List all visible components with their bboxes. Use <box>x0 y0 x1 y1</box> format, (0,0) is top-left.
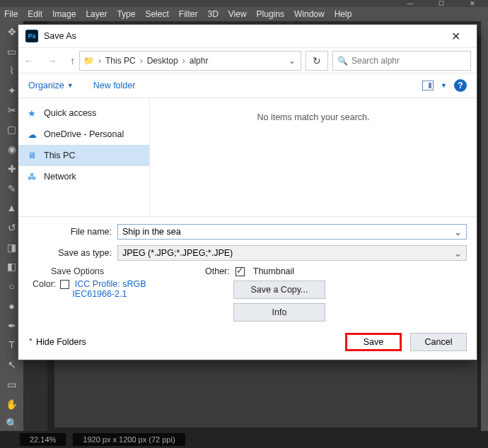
info-button[interactable]: Info <box>233 303 325 322</box>
color-label: Color: <box>33 279 56 289</box>
zoom-level[interactable]: 22.14% <box>20 433 66 446</box>
search-placeholder: Search alphr <box>352 56 470 66</box>
thumbnail-label: Thumbnail <box>253 266 294 276</box>
save-type-value: JPEG (*.JPG;*.JPEG;*.JPE) <box>122 248 233 258</box>
menu-help[interactable]: Help <box>335 9 352 19</box>
caret-down-icon: ▼ <box>67 82 74 89</box>
maximize-button[interactable]: ☐ <box>426 0 457 7</box>
sidebar-item-onedrive[interactable]: ☁ OneDrive - Personal <box>18 124 149 145</box>
menu-select[interactable]: Select <box>145 9 168 19</box>
crumb-this-pc[interactable]: This PC <box>103 56 139 66</box>
sidebar-item-label: Network <box>44 172 76 182</box>
tool-shape[interactable]: ▭ <box>4 377 20 392</box>
icc-profile-link[interactable]: ICC Profile: sRGB <box>75 279 146 289</box>
menu-image[interactable]: Image <box>52 9 76 19</box>
menu-window[interactable]: Window <box>294 9 325 19</box>
minimize-button[interactable]: — <box>395 0 426 7</box>
chevron-down-icon[interactable]: ⌄ <box>454 248 462 259</box>
other-label: Other: <box>205 266 230 276</box>
monitor-icon: 🖥 <box>25 151 38 160</box>
icc-profile-line2[interactable]: IEC61966-2.1 <box>72 289 127 299</box>
window-titlebar: — ☐ ✕ <box>0 0 488 7</box>
folder-icon: 📁 <box>80 56 97 66</box>
menu-plugins[interactable]: Plugins <box>257 9 284 19</box>
thumbnail-checkbox[interactable] <box>236 267 245 276</box>
new-folder-button[interactable]: New folder <box>93 81 136 90</box>
lower-panel: File name: ⌄ Save as type: JPEG (*.JPG;*… <box>18 216 477 326</box>
menu-edit[interactable]: Edit <box>28 9 42 19</box>
nav-back-icon[interactable]: ← <box>24 55 34 66</box>
icc-checkbox[interactable] <box>60 280 69 289</box>
file-name-input[interactable] <box>122 227 454 237</box>
network-icon: 🖧 <box>25 172 38 182</box>
chevron-right-icon: › <box>139 56 144 66</box>
file-list-empty: No items match your search. <box>150 98 477 216</box>
menu-type[interactable]: Type <box>117 9 135 19</box>
right-panel-edge <box>481 21 488 431</box>
save-type-label: Save as type: <box>28 248 117 258</box>
chevron-right-icon: › <box>97 56 103 66</box>
menu-file[interactable]: File <box>4 9 18 19</box>
save-options-title: Save Options <box>35 266 205 276</box>
dialog-titlebar: Ps Save As ✕ <box>18 25 477 47</box>
save-button[interactable]: Save <box>345 333 402 351</box>
nav-row: ← → ↑ 📁 › This PC › Desktop › alphr ⌄ ↻ … <box>18 47 477 73</box>
help-icon[interactable]: ? <box>454 79 467 92</box>
sidebar-item-label: Quick access <box>44 108 96 118</box>
menu-3d[interactable]: 3D <box>207 9 218 19</box>
breadcrumb[interactable]: 📁 › This PC › Desktop › alphr ⌄ <box>79 51 301 71</box>
caret-down-icon[interactable]: ▼ <box>441 82 447 89</box>
dialog-title: Save As <box>44 31 76 41</box>
star-icon: ★ <box>25 108 38 119</box>
ps-icon: Ps <box>25 30 38 42</box>
hide-folders-button[interactable]: ˄ Hide Folders <box>28 337 86 348</box>
sidebar-item-this-pc[interactable]: 🖥 This PC <box>18 145 149 166</box>
tool-zoom[interactable]: 🔍 <box>4 415 20 431</box>
menu-filter[interactable]: Filter <box>179 9 198 19</box>
search-input[interactable]: 🔍 Search alphr <box>332 51 471 71</box>
save-copy-button[interactable]: Save a Copy... <box>233 281 325 299</box>
toolbar-row: Organize ▼ New folder ▼ ? <box>18 73 477 98</box>
dialog-close-button[interactable]: ✕ <box>441 26 470 46</box>
file-name-field[interactable]: ⌄ <box>117 224 467 240</box>
crumb-folder[interactable]: alphr <box>187 56 211 66</box>
chevron-right-icon: › <box>181 56 187 66</box>
sidebar-item-label: OneDrive - Personal <box>44 129 124 139</box>
nav-forward-icon[interactable]: → <box>47 55 57 66</box>
close-window-button[interactable]: ✕ <box>457 0 488 7</box>
save-type-select[interactable]: JPEG (*.JPG;*.JPEG;*.JPE) ⌄ <box>117 245 467 261</box>
save-as-dialog: Ps Save As ✕ ← → ↑ 📁 › This PC › Desktop… <box>18 24 477 360</box>
sidebar-item-label: This PC <box>44 151 75 160</box>
refresh-button[interactable]: ↻ <box>306 51 328 71</box>
cloud-icon: ☁ <box>25 129 38 140</box>
menu-layer[interactable]: Layer <box>86 9 107 19</box>
tool-hand[interactable]: ✋ <box>4 396 20 412</box>
cancel-button[interactable]: Cancel <box>410 333 467 351</box>
status-bar: 22.14% 1920 px x 1200 px (72 ppi) <box>0 431 488 448</box>
sidebar-item-network[interactable]: 🖧 Network <box>18 166 149 187</box>
crumb-desktop[interactable]: Desktop <box>144 56 181 66</box>
doc-dimensions: 1920 px x 1200 px (72 ppi) <box>73 433 185 446</box>
sidebar-item-quick-access[interactable]: ★ Quick access <box>18 102 149 124</box>
sidebar: ★ Quick access ☁ OneDrive - Personal 🖥 T… <box>18 98 150 216</box>
chevron-down-icon[interactable]: ⌄ <box>284 56 301 66</box>
dialog-footer: ˄ Hide Folders Save Cancel <box>18 326 477 360</box>
menu-view[interactable]: View <box>228 9 247 19</box>
search-icon: 🔍 <box>333 56 352 66</box>
organize-menu[interactable]: Organize ▼ <box>28 81 74 90</box>
view-mode-icon[interactable] <box>422 81 434 90</box>
file-name-label: File name: <box>28 227 117 237</box>
ps-menubar: File Edit Image Layer Type Select Filter… <box>0 7 488 21</box>
nav-up-icon[interactable]: ↑ <box>70 55 75 66</box>
chevron-up-icon: ˄ <box>28 337 33 348</box>
chevron-down-icon[interactable]: ⌄ <box>454 227 462 237</box>
